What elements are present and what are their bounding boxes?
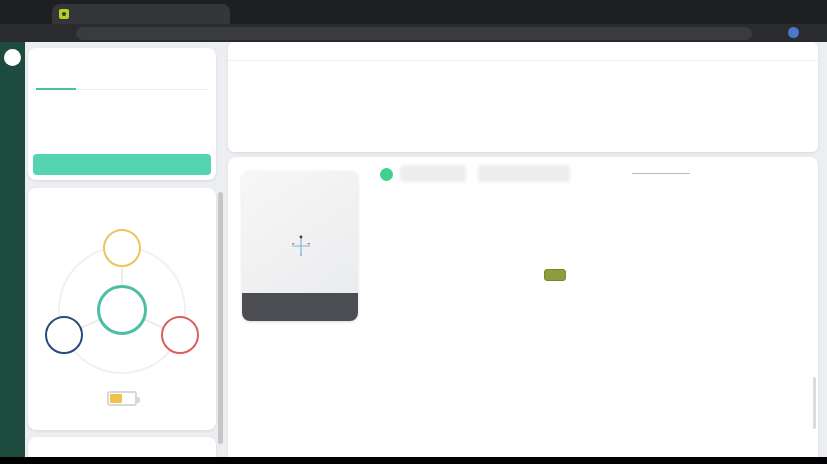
tab-battery-icon[interactable] [117, 70, 157, 89]
maximize-icon[interactable] [787, 8, 796, 17]
power-chart [230, 369, 815, 447]
inverter-display [288, 233, 314, 259]
expand-icon[interactable] [199, 55, 209, 65]
browser-tab[interactable] [52, 4, 230, 24]
extensions-icon[interactable] [768, 27, 779, 38]
avatar[interactable] [4, 49, 21, 66]
tab-battery2-icon[interactable] [157, 70, 197, 89]
remote-view-icon[interactable] [722, 170, 733, 181]
sidebar [0, 42, 25, 457]
calendar-icon[interactable] [617, 167, 627, 177]
app [0, 42, 827, 457]
expand-icon[interactable] [799, 163, 809, 173]
tabs-row [394, 201, 806, 209]
online-status-dot [380, 168, 393, 181]
grid-node-icon[interactable] [161, 316, 199, 354]
info-icon[interactable] [120, 55, 129, 64]
power-icon[interactable] [782, 170, 793, 181]
stats-card [228, 42, 818, 152]
battery-level-indicator [107, 391, 137, 406]
profile-avatar[interactable] [788, 27, 799, 38]
favicon-icon [59, 9, 69, 19]
next-tab-icon[interactable] [197, 73, 206, 82]
solar-node-icon[interactable] [103, 229, 141, 267]
data-table-icon[interactable] [702, 170, 713, 181]
expand-icon[interactable] [199, 444, 209, 454]
tab-search-icon[interactable] [8, 7, 18, 17]
tab-close-icon[interactable] [214, 10, 223, 19]
card-scrollbar[interactable] [813, 377, 816, 429]
date-navigation [602, 167, 705, 177]
browser-menu-icon[interactable] [808, 27, 819, 38]
bookmark-icon[interactable] [748, 27, 759, 38]
tab-home-icon[interactable] [36, 69, 76, 90]
redacted-device-name [400, 165, 466, 182]
energy-graph-card [28, 48, 216, 180]
browser-tabbar [0, 0, 827, 24]
inverter-detail-card [228, 157, 818, 464]
energy-graph-tabs [36, 69, 208, 90]
date-field[interactable] [632, 171, 690, 174]
address-bar[interactable] [76, 27, 752, 40]
settings-icon[interactable] [762, 170, 773, 181]
inverter-image [242, 171, 358, 321]
letterbox [0, 457, 827, 464]
todays-consumption-badge [33, 154, 211, 175]
browser-toolbar [0, 24, 827, 42]
home-node-icon[interactable] [97, 285, 147, 335]
info-icon[interactable] [742, 170, 753, 181]
site-settings-icon[interactable] [85, 29, 94, 38]
back-icon[interactable] [9, 28, 20, 39]
page-scrollbar[interactable] [218, 192, 223, 444]
tabs-scroll-left-icon[interactable] [394, 201, 402, 209]
power-flow-card [28, 188, 216, 430]
close-icon[interactable] [812, 8, 821, 17]
header-actions [702, 170, 793, 181]
mouse-cursor [562, 280, 575, 294]
reload-icon[interactable] [49, 28, 60, 39]
forward-icon[interactable] [29, 28, 40, 39]
screen [0, 0, 827, 464]
redacted-serial [478, 165, 570, 182]
new-tab-icon[interactable] [240, 8, 250, 18]
tabs-scroll-right-icon[interactable] [798, 201, 806, 209]
minimize-icon[interactable] [762, 8, 771, 17]
toolbar-right [748, 27, 819, 38]
battery-node-icon[interactable] [45, 316, 83, 354]
tab-solar-icon[interactable] [76, 70, 116, 89]
window-controls [762, 0, 821, 24]
prev-day-icon[interactable] [602, 167, 612, 177]
